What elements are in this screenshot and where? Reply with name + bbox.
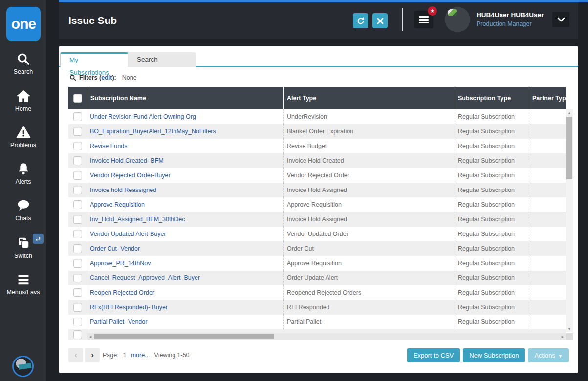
one-network-logo[interactable]: one bbox=[6, 7, 41, 41]
row-checkbox-cell bbox=[68, 227, 87, 241]
scroll-right-icon[interactable]: ▸ bbox=[559, 334, 566, 339]
close-button[interactable] bbox=[372, 13, 388, 28]
column-header-partner-types[interactable]: Partner Types bbox=[529, 87, 566, 109]
select-all-checkbox[interactable] bbox=[73, 94, 82, 103]
subscription-name-cell: Invoice Hold Created- BFM bbox=[87, 153, 283, 168]
subscription-link[interactable]: Vendor Rejected Order-Buyer bbox=[90, 172, 171, 179]
subscription-link[interactable]: Under Revision Fund Alert-Owning Org bbox=[90, 113, 196, 120]
sidebar-item-menus-favs[interactable]: Menus/Favs bbox=[0, 273, 46, 296]
table-row: BO_Expiration_BuyerAlert_12thMay_NoFilte… bbox=[68, 124, 566, 139]
vertical-scrollbar[interactable]: ▴ ▾ bbox=[566, 109, 573, 332]
row-checkbox-cell bbox=[68, 168, 87, 183]
subscription-link[interactable]: RFx(RFI Responded)- Buyer bbox=[90, 304, 168, 311]
row-checkbox[interactable] bbox=[73, 156, 82, 165]
subscription-link[interactable]: Invoice hold Reassigned bbox=[90, 187, 156, 193]
scroll-left-icon[interactable]: ◂ bbox=[87, 334, 94, 339]
subscription-name-cell: Vendor Rejected Order-Buyer bbox=[87, 168, 283, 183]
alert-type-cell: Revise Budget bbox=[283, 139, 455, 153]
user-menu-button[interactable] bbox=[552, 12, 569, 27]
select-all-cell bbox=[68, 87, 87, 109]
assistant-avatar[interactable] bbox=[12, 356, 34, 377]
partner-types-cell bbox=[529, 212, 566, 227]
alert-type-cell: Vendor Updated Order bbox=[283, 227, 455, 241]
row-checkbox[interactable] bbox=[73, 215, 82, 224]
partner-types-cell bbox=[529, 183, 566, 197]
sidebar-item-switch[interactable]: ⇄ Switch bbox=[0, 236, 46, 259]
table-row: Vendor Updated Alert-BuyerVendor Updated… bbox=[68, 227, 566, 241]
subscription-link[interactable]: Approve_PR_14thNov bbox=[90, 260, 151, 267]
export-csv-button[interactable]: Export to CSV bbox=[407, 348, 460, 362]
sidebar-item-search[interactable]: Search bbox=[0, 52, 46, 75]
horizontal-scrollbar-thumb[interactable] bbox=[94, 334, 274, 339]
partner-types-cell bbox=[529, 227, 566, 241]
scroll-down-icon[interactable]: ▾ bbox=[566, 326, 573, 331]
subscription-link[interactable]: Cancel_Request_Approved_Alert_Buyer bbox=[90, 275, 200, 281]
row-checkbox[interactable] bbox=[73, 274, 82, 282]
notifications-menu-button[interactable]: ★ bbox=[414, 11, 433, 28]
row-checkbox[interactable] bbox=[73, 186, 82, 194]
subscription-type-cell: Regular Subscription bbox=[455, 241, 529, 256]
subscription-type-cell: Regular Subscription bbox=[455, 256, 529, 271]
subscription-link[interactable]: Revise Funds bbox=[90, 143, 127, 149]
tab-search[interactable]: Search bbox=[128, 52, 196, 67]
more-pages-link[interactable]: more... bbox=[131, 352, 150, 359]
sidebar-item-label: Menus/Favs bbox=[0, 289, 46, 296]
scroll-up-icon[interactable]: ▴ bbox=[566, 110, 573, 115]
actions-menu-button[interactable]: Actions▼ bbox=[528, 348, 569, 362]
close-icon bbox=[377, 18, 384, 24]
table-row: Under Revision Fund Alert-Owning OrgUnde… bbox=[68, 109, 566, 124]
alert-type-cell: Reopened Rejected Orders bbox=[283, 285, 455, 300]
previous-page-button[interactable]: ‹ bbox=[68, 348, 83, 362]
row-checkbox[interactable] bbox=[73, 244, 82, 253]
partner-types-cell bbox=[529, 256, 566, 271]
next-page-button[interactable]: › bbox=[85, 348, 100, 362]
column-header-subscription-name[interactable]: Subscription Name bbox=[87, 87, 283, 109]
subscription-link[interactable]: Reopen Rejected Order bbox=[90, 289, 154, 296]
row-checkbox[interactable] bbox=[73, 200, 82, 209]
sidebar-item-problems[interactable]: Problems bbox=[0, 125, 46, 148]
refresh-button[interactable] bbox=[353, 13, 368, 28]
row-checkbox[interactable] bbox=[73, 303, 82, 312]
subscription-link[interactable]: BO_Expiration_BuyerAlert_12thMay_NoFilte… bbox=[90, 128, 216, 135]
subscription-link[interactable]: Order Cut- Vendor bbox=[90, 245, 140, 252]
tab-my-subscriptions[interactable]: My Subscriptions bbox=[60, 52, 128, 67]
column-header-subscription-type[interactable]: Subscription Type bbox=[455, 87, 529, 109]
row-checkbox[interactable] bbox=[73, 230, 82, 238]
page-number: 1 bbox=[123, 352, 127, 359]
refresh-icon bbox=[356, 17, 365, 25]
user-avatar[interactable] bbox=[445, 7, 470, 32]
row-checkbox[interactable] bbox=[73, 171, 82, 180]
subscription-link[interactable]: Invoice Hold Created- BFM bbox=[90, 157, 164, 164]
vertical-scrollbar-thumb[interactable] bbox=[566, 117, 572, 179]
horizontal-scrollbar[interactable]: ◂ ▸ bbox=[87, 333, 566, 340]
column-header-alert-type[interactable]: Alert Type bbox=[283, 87, 455, 109]
table-row: Partial Pallet- VendorPartial PalletRegu… bbox=[68, 315, 566, 329]
sidebar-item-chats[interactable]: Chats bbox=[0, 198, 46, 222]
subscription-link[interactable]: Inv_Hold_Assigned_BFM_30thDec bbox=[90, 216, 185, 223]
sidebar: one Search Home Problems Alerts Chats ⇄ … bbox=[0, 0, 46, 381]
subscription-link[interactable]: Approve Requisition bbox=[90, 201, 145, 208]
row-checkbox[interactable] bbox=[73, 330, 82, 339]
switch-badge-icon[interactable]: ⇄ bbox=[33, 234, 44, 244]
subscription-link[interactable]: Vendor Updated Alert-Buyer bbox=[90, 231, 166, 237]
new-subscription-button[interactable]: New Subscription bbox=[463, 348, 525, 362]
partner-types-cell bbox=[529, 241, 566, 256]
user-name: HUB4User HUB4User bbox=[477, 11, 544, 19]
partner-types-cell bbox=[529, 168, 566, 183]
row-checkbox[interactable] bbox=[73, 142, 82, 150]
pagination-info: Page:1more...Viewing 1-50 bbox=[103, 352, 194, 359]
row-checkbox[interactable] bbox=[73, 112, 82, 121]
row-checkbox[interactable] bbox=[73, 127, 82, 136]
subscription-link[interactable]: Partial Pallet- Vendor bbox=[90, 318, 147, 325]
hamburger-icon bbox=[16, 273, 31, 287]
subscription-type-cell: Regular Subscription bbox=[455, 139, 529, 153]
row-checkbox[interactable] bbox=[73, 259, 82, 268]
app-root: one Search Home Problems Alerts Chats ⇄ … bbox=[0, 0, 588, 381]
subscription-type-cell: Regular Subscription bbox=[455, 168, 529, 183]
sidebar-item-alerts[interactable]: Alerts bbox=[0, 162, 46, 185]
row-checkbox-cell bbox=[68, 109, 87, 124]
sidebar-item-home[interactable]: Home bbox=[0, 89, 46, 112]
partner-types-cell bbox=[529, 124, 566, 139]
row-checkbox[interactable] bbox=[73, 318, 82, 326]
row-checkbox[interactable] bbox=[73, 288, 82, 297]
